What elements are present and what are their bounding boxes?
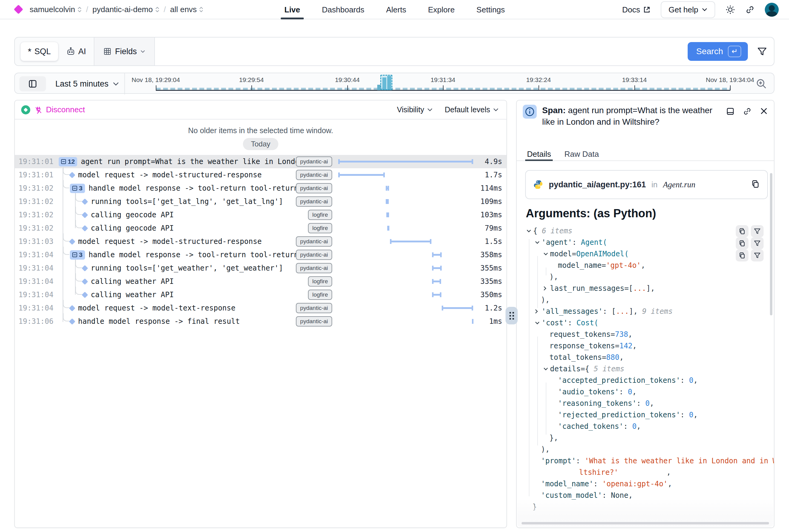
collapse-arrow-icon[interactable]: [543, 367, 550, 370]
scope-tag: pydantic-ai: [296, 156, 332, 167]
search-input[interactable]: [154, 38, 681, 65]
filter-button[interactable]: [751, 237, 764, 249]
docs-link[interactable]: Docs: [622, 5, 650, 15]
code-token: 'gpt-4o': [606, 261, 641, 270]
search-button[interactable]: Search ↵: [688, 42, 748, 61]
filter-funnel-icon[interactable]: [757, 46, 767, 57]
copy-button[interactable]: [736, 249, 748, 262]
share-link-button[interactable]: [746, 5, 754, 14]
span-diamond-icon: [82, 278, 88, 284]
close-icon[interactable]: [760, 107, 768, 115]
tab-dashboards[interactable]: Dashboards: [322, 0, 364, 19]
trace-row[interactable]: 19:31:04 running tools=['get_weather', '…: [15, 262, 506, 275]
span-duration: 114ms: [473, 184, 502, 192]
collapse-badge[interactable]: 12: [59, 157, 77, 167]
span-title-text: agent run prompt=What is the weather lik…: [542, 106, 712, 127]
trace-row[interactable]: 19:31:02 calling geocode API logfire 79m…: [15, 222, 506, 235]
trace-row[interactable]: 19:31:01 12 agent run prompt=What is the…: [15, 155, 506, 168]
code-line: 'audio_tokens': 0,: [523, 386, 771, 398]
timeline-selection[interactable]: [380, 75, 392, 90]
vertical-scrollbar[interactable]: [770, 173, 772, 315]
span-duration: 1.7s: [473, 171, 502, 179]
span-duration: 1.2s: [473, 304, 502, 312]
tab-alerts[interactable]: Alerts: [386, 0, 406, 19]
logfire-logo-icon[interactable]: [14, 4, 23, 14]
trace-row[interactable]: 19:31:06 handle model response -> final …: [15, 315, 506, 328]
code-line: ),: [523, 444, 771, 455]
tick-mark: [251, 86, 252, 91]
span-label: handle model response -> tool-return too…: [89, 251, 296, 259]
span-duration-bar: [432, 292, 441, 297]
span-diamond-icon: [82, 225, 88, 231]
ai-mode-button[interactable]: AI: [66, 47, 86, 56]
visibility-dropdown[interactable]: Visibility: [397, 105, 432, 114]
code-token: details: [550, 365, 581, 373]
collapse-badge[interactable]: 3: [70, 184, 85, 193]
sql-mode-button[interactable]: * SQL: [20, 42, 58, 61]
theme-toggle-button[interactable]: [726, 5, 735, 15]
default-levels-dropdown[interactable]: Default levels: [445, 105, 499, 114]
copy-link-icon[interactable]: [743, 107, 751, 116]
trace-row[interactable]: 19:31:04 3 handle model response -> tool…: [15, 248, 506, 262]
code-line: 'all_messages': [...], 9 items: [523, 306, 771, 317]
span-gantt: [338, 222, 473, 235]
disconnect-button[interactable]: Disconnect: [35, 105, 85, 114]
get-help-button[interactable]: Get help: [661, 1, 715, 18]
code-token: ,: [628, 491, 633, 500]
code-line: request_tokens=738,: [523, 329, 771, 340]
source-location[interactable]: pydantic_ai/agent.py:161 in Agent.run: [525, 170, 768, 199]
collapse-arrow-icon[interactable]: [526, 229, 533, 232]
trace-row[interactable]: 19:31:04 calling weather API logfire 350…: [15, 288, 506, 301]
trace-timestamp: 19:31:06: [15, 317, 59, 326]
filter-button[interactable]: [751, 249, 764, 262]
horizontal-scrollbar[interactable]: [522, 522, 769, 525]
span-diamond-icon: [69, 305, 75, 311]
span-label: handle model response -> tool-return too…: [89, 184, 296, 192]
tick-mark: [156, 86, 156, 91]
code-token: 'openai:gpt-4o': [602, 480, 668, 488]
tab-details[interactable]: Details: [527, 148, 551, 160]
code-token: ,: [668, 480, 672, 488]
span-label: model request -> model-structured-respon…: [78, 171, 296, 179]
trace-row[interactable]: 19:31:02 3 handle model response -> tool…: [15, 182, 506, 195]
code-line: ltshire?' ,: [523, 467, 771, 478]
collapse-arrow-icon[interactable]: [535, 241, 541, 244]
dock-panel-icon[interactable]: [726, 107, 734, 116]
panel-resize-handle[interactable]: [505, 307, 518, 324]
code-token: request_tokens: [550, 330, 611, 339]
collapse-arrow-icon[interactable]: [535, 321, 541, 324]
fields-dropdown[interactable]: Fields: [94, 38, 154, 65]
filter-button[interactable]: [751, 225, 764, 237]
trace-row[interactable]: 19:31:04 calling weather API logfire 335…: [15, 275, 506, 288]
trace-row[interactable]: 19:31:04 model request -> model-text-res…: [15, 301, 506, 315]
trace-row[interactable]: 19:31:01 model request -> model-structur…: [15, 168, 506, 182]
collapse-badge[interactable]: 3: [70, 250, 85, 260]
tab-raw-data[interactable]: Raw Data: [564, 148, 599, 160]
tab-settings[interactable]: Settings: [477, 0, 505, 19]
code-token: OpenAIModel(: [576, 250, 629, 258]
span-gantt: [338, 168, 473, 182]
scope-tag: pydantic-ai: [296, 183, 332, 193]
expand-arrow-icon[interactable]: [543, 286, 550, 291]
trace-row[interactable]: 19:31:02 running tools=['get_lat_lng', '…: [15, 195, 506, 208]
timeline-axis[interactable]: Nov 18, 19:29:04 19:29:54 19:30:44 19:31…: [15, 73, 775, 94]
breadcrumb-env[interactable]: all envs: [170, 5, 203, 14]
span-duration: 103ms: [473, 211, 502, 219]
breadcrumb-project[interactable]: pydantic-ai-demo: [93, 5, 159, 14]
zoom-in-button[interactable]: [756, 78, 767, 91]
code-token: :: [593, 480, 602, 488]
copy-source-button[interactable]: [751, 179, 760, 190]
collapse-arrow-icon[interactable]: [543, 252, 550, 255]
breadcrumb-org[interactable]: samuelcolvin: [30, 5, 82, 14]
tab-explore[interactable]: Explore: [428, 0, 455, 19]
trace-timestamp: 19:31:04: [15, 264, 59, 272]
span-duration: 335ms: [473, 277, 502, 286]
expand-arrow-icon[interactable]: [535, 309, 541, 314]
tab-live[interactable]: Live: [284, 0, 300, 19]
copy-button[interactable]: [736, 225, 748, 237]
avatar[interactable]: [765, 3, 779, 17]
trace-row[interactable]: 19:31:02 calling geocode API logfire 103…: [15, 208, 506, 222]
today-badge[interactable]: Today: [243, 138, 278, 150]
trace-row[interactable]: 19:31:03 model request -> model-structur…: [15, 235, 506, 248]
copy-button[interactable]: [736, 237, 748, 249]
